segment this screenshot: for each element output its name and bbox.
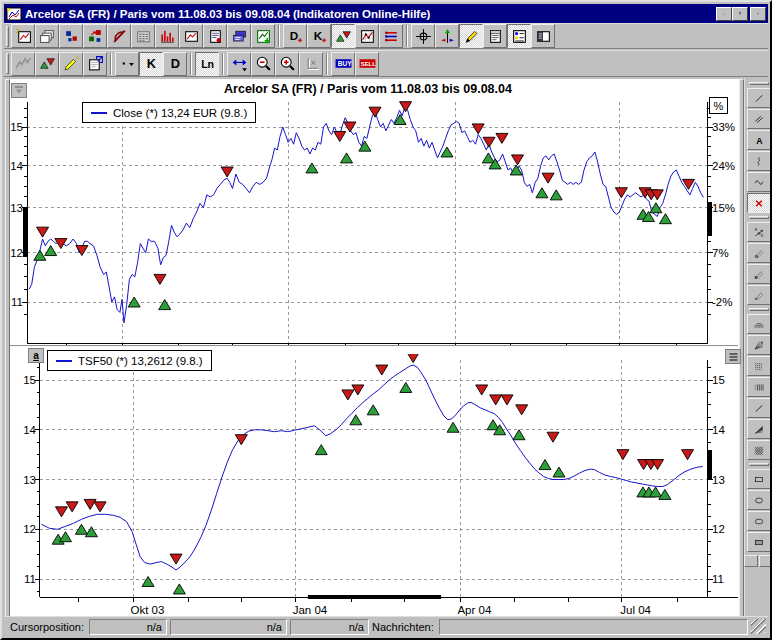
left-splitter[interactable] — [5, 79, 10, 619]
draw-text-tool[interactable]: A — [747, 130, 771, 150]
log-scale-button[interactable]: Ln — [195, 52, 219, 76]
scatter-button[interactable] — [59, 24, 83, 48]
copy-chart-button[interactable] — [35, 24, 59, 48]
line-chart-button[interactable] — [179, 24, 203, 48]
line-width-button[interactable] — [115, 52, 139, 76]
percent-scale-button[interactable]: % — [709, 97, 728, 114]
zoom-in-button[interactable] — [275, 52, 299, 76]
toolbar-grip[interactable] — [749, 82, 769, 85]
buy-order-button[interactable]: BUY — [331, 52, 355, 76]
new-chart-button[interactable] — [11, 24, 35, 48]
maximize-button[interactable] — [732, 7, 748, 21]
zoom-out-button[interactable] — [251, 52, 275, 76]
toolbar-grip[interactable] — [6, 26, 9, 47]
ed-line-tool[interactable]: E — [747, 264, 771, 284]
crosshair-button[interactable] — [411, 24, 435, 48]
indicator-off-button[interactable] — [107, 24, 131, 48]
title-bar[interactable]: Arcelor SA (FR) / Paris vom 11.08.03 bis… — [4, 4, 768, 23]
scale-mode-button[interactable] — [435, 24, 459, 48]
draw-zigzag-tool[interactable] — [747, 151, 771, 171]
annotation-button[interactable]: a — [28, 348, 44, 363]
bar-chart-button[interactable]: D — [163, 52, 187, 76]
marker-pen-button[interactable] — [59, 52, 83, 76]
cursor-position-label: Cursorposition: — [10, 621, 86, 633]
rounded-rect-tool[interactable] — [747, 511, 771, 531]
filled-rect-tool[interactable] — [747, 532, 771, 552]
tsf50-plot-area[interactable] — [40, 360, 708, 597]
speed-lines-tool[interactable] — [747, 419, 771, 439]
y-axis-label-right: 11 — [712, 573, 724, 585]
chart-workspace: 1533%1424%1315%127%11-2%1515141413131212… — [4, 78, 772, 620]
y-axis-label-right: 14 — [712, 424, 725, 436]
zigzag-button[interactable] — [11, 52, 35, 76]
y-axis-label-right: 33% — [712, 121, 735, 133]
daily-data-button[interactable]: D — [283, 24, 307, 48]
quote-board-button[interactable] — [131, 24, 155, 48]
toolbar-grip[interactable] — [749, 463, 769, 466]
draw-line-tool[interactable] — [747, 88, 771, 108]
drawing-toolbar-scroll — [744, 555, 772, 568]
chart-canvas[interactable]: 1533%1424%1315%127%11-2%1515141413131212… — [4, 78, 744, 620]
draw-wave-tool[interactable] — [747, 172, 771, 192]
toolbar-more-button[interactable] — [759, 555, 772, 567]
toolbar-grip[interactable] — [749, 216, 769, 219]
portfolio-button[interactable] — [227, 24, 251, 48]
price-plot-area[interactable] — [27, 102, 708, 343]
vertical-grid-tool[interactable] — [747, 377, 771, 397]
y-axis-label-left: 11 — [24, 573, 36, 585]
fibonacci-arcs-tool[interactable] — [747, 314, 771, 334]
draw-mode-button[interactable] — [459, 24, 483, 48]
svg-text:Ln: Ln — [201, 58, 214, 70]
linked-scatter-button[interactable] — [83, 24, 107, 48]
split-layout-button[interactable] — [531, 24, 555, 48]
fit-width-button[interactable] — [227, 52, 251, 76]
tsf50-legend[interactable]: TSF50 (*) 13,2612 (9.8.) — [47, 350, 212, 371]
add-chart-button[interactable] — [251, 24, 275, 48]
y-axis-label-left: 13 — [23, 474, 36, 486]
svg-text:A: A — [756, 135, 763, 145]
toolbar-separator — [110, 53, 112, 75]
gd-line-tool[interactable]: G — [747, 243, 771, 263]
window-resize-grip[interactable] — [751, 619, 766, 634]
buy-sell-signals-button[interactable] — [35, 52, 59, 76]
window-title: Arcelor SA (FR) / Paris vom 11.08.03 bis… — [25, 8, 713, 20]
parallel-pen-tool[interactable]: = — [747, 285, 771, 305]
draw-parallel-tool[interactable] — [747, 109, 771, 129]
toolbar-grip[interactable] — [6, 53, 9, 74]
toolbar-scroll-left-button[interactable] — [744, 555, 758, 567]
candle-chart-button[interactable]: K — [139, 52, 163, 76]
gann-fan-tool[interactable] — [747, 335, 771, 355]
pane-collapse-button[interactable] — [11, 83, 27, 98]
grid-hatch-tool[interactable] — [747, 440, 771, 460]
price-legend[interactable]: Close (*) 13,24 EUR (9.8.) — [82, 102, 256, 123]
report-button[interactable] — [203, 24, 227, 48]
minimize-button[interactable] — [716, 7, 732, 21]
signal-chart-button[interactable] — [355, 24, 379, 48]
sell-order-button[interactable]: SELL — [355, 52, 379, 76]
object-list-button[interactable] — [507, 24, 531, 48]
histogram-button[interactable] — [155, 24, 179, 48]
signals-button[interactable] — [331, 24, 355, 48]
properties-button[interactable] — [83, 52, 107, 76]
axis-pan-button[interactable] — [299, 52, 323, 76]
toolbar-separator — [406, 25, 408, 47]
svg-text:R: R — [754, 228, 757, 232]
delete-object-tool[interactable] — [747, 193, 771, 213]
svg-text:K: K — [146, 56, 156, 71]
trend-line-tool[interactable] — [747, 398, 771, 418]
trend-channel-tool[interactable]: RMK — [747, 222, 771, 242]
fibonacci-retracement-tool[interactable] — [747, 356, 771, 376]
svg-text:D: D — [170, 56, 179, 71]
tsf50-series-color — [56, 360, 72, 362]
close-button[interactable] — [750, 7, 766, 21]
pane-menu-button[interactable] — [725, 349, 741, 364]
y-axis-label-left: 12 — [10, 247, 23, 259]
ellipse-tool[interactable] — [747, 490, 771, 510]
rectangle-tool[interactable] — [747, 469, 771, 489]
x-axis-highlight — [308, 595, 441, 599]
indicator-lines-button[interactable] — [379, 24, 403, 48]
course-data-button[interactable]: K — [307, 24, 331, 48]
toolbar-grip[interactable] — [749, 308, 769, 311]
y-axis-label-right: 15% — [712, 202, 735, 214]
notes-button[interactable] — [483, 24, 507, 48]
